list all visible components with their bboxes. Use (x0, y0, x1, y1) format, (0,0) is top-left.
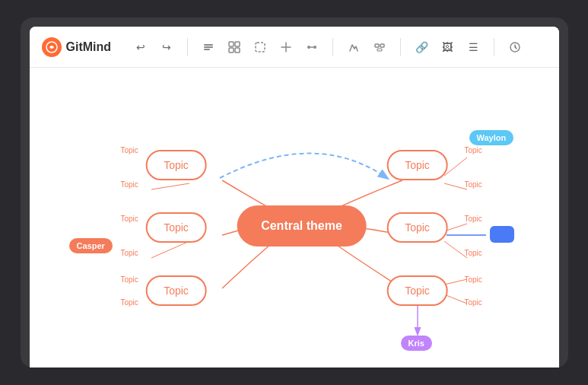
undo-icon[interactable]: ↩ (132, 39, 149, 56)
central-node[interactable]: Central theme (237, 205, 367, 247)
mini-label-6: Topic (121, 298, 138, 307)
topic-node-right-bot[interactable]: Topic (386, 275, 448, 306)
divider-3 (400, 38, 401, 56)
mini-label-9: Topic (465, 215, 482, 223)
badge-kris: Kris (401, 336, 432, 351)
badge-casper: Casper (69, 238, 113, 253)
svg-rect-11 (375, 44, 379, 47)
mini-label-1: Topic (121, 146, 138, 154)
mini-label-4: Topic (121, 249, 138, 257)
svg-rect-12 (380, 44, 384, 47)
topic-node-right-top[interactable]: Topic (386, 150, 448, 180)
tool-4[interactable] (278, 39, 294, 56)
divider-2 (332, 38, 333, 56)
laptop-frame: GitMind ↩ ↪ (21, 18, 568, 368)
tool-7[interactable] (371, 39, 388, 56)
mindmap-canvas: Central theme Topic Topic Topic Topic To… (30, 68, 559, 368)
svg-rect-13 (377, 49, 382, 51)
divider-1 (187, 38, 188, 56)
blue-rect-connector[interactable] (490, 226, 514, 243)
svg-point-10 (313, 46, 316, 49)
tool-2[interactable] (226, 39, 243, 56)
topic-node-left-mid[interactable]: Topic (145, 212, 207, 243)
divider-4 (494, 38, 494, 56)
mini-label-11: Topic (465, 275, 482, 284)
mini-label-3: Topic (121, 215, 138, 223)
tool-6[interactable] (345, 39, 362, 56)
svg-rect-8 (256, 43, 265, 52)
svg-rect-1 (204, 44, 213, 46)
svg-rect-3 (204, 49, 210, 50)
toolbar: GitMind ↩ ↪ (30, 27, 559, 68)
tool-9[interactable]: 🖼 (439, 39, 456, 56)
logo-icon (42, 37, 62, 57)
logo: GitMind (42, 37, 112, 57)
mini-label-8: Topic (465, 180, 482, 189)
tool-3[interactable] (252, 39, 269, 56)
redo-icon[interactable]: ↪ (158, 39, 175, 56)
screen: GitMind ↩ ↪ (30, 27, 559, 368)
topic-node-left-top[interactable]: Topic (145, 150, 207, 180)
svg-rect-7 (235, 48, 240, 52)
svg-point-9 (307, 46, 310, 49)
svg-rect-5 (235, 42, 240, 46)
tool-10[interactable]: ☰ (465, 39, 482, 56)
logo-text: GitMind (66, 40, 112, 54)
mini-label-2: Topic (121, 180, 138, 189)
topic-node-right-mid[interactable]: Topic (386, 212, 448, 243)
tool-5[interactable] (304, 39, 320, 56)
mini-label-5: Topic (121, 275, 138, 284)
tool-11[interactable] (507, 39, 523, 56)
topic-node-left-bot[interactable]: Topic (145, 275, 207, 306)
badge-waylon: Waylon (469, 130, 514, 145)
mini-label-12: Topic (465, 298, 482, 307)
tool-1[interactable] (200, 39, 217, 56)
mini-label-7: Topic (465, 146, 482, 154)
svg-rect-4 (229, 42, 234, 46)
svg-rect-2 (204, 46, 213, 48)
tool-8[interactable]: 🔗 (413, 39, 430, 56)
mini-label-10: Topic (465, 249, 482, 257)
svg-rect-6 (229, 48, 234, 52)
